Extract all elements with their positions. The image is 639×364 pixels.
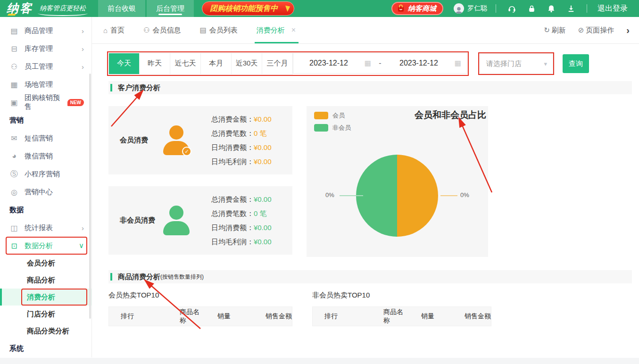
page-tab[interactable]: ▤ 会员列表 <box>200 17 238 43</box>
sidebar-item[interactable]: ◎ 营销中心 <box>0 183 91 201</box>
section-accent-bar <box>110 84 112 91</box>
app-logo[interactable]: 纳客 <box>0 0 37 17</box>
sidebar-item[interactable]: ⊟ 库存管理 › <box>0 40 91 58</box>
table-column-header: 排行 <box>109 312 168 321</box>
page-actions-button[interactable]: ⊘ 页面操作 <box>578 26 614 35</box>
legend-item[interactable]: 会员 <box>314 111 351 120</box>
stat-label: 总消费笔数： <box>211 207 254 221</box>
close-icon[interactable]: × <box>291 26 296 34</box>
refresh-button[interactable]: ↻ 刷新 <box>544 26 566 35</box>
user-menu[interactable]: 罗仁聪 <box>454 0 487 17</box>
username: 罗仁聪 <box>467 4 487 13</box>
date-from-input[interactable]: 2023-12-12 ▦ <box>293 59 377 67</box>
tabbar-actions: ↻ 刷新 ⊘ 页面操作 › <box>544 25 630 35</box>
sidebar-item-icon: ⊡ <box>9 241 19 250</box>
card-label: 非会员消费 <box>120 216 163 225</box>
quick-range-button[interactable]: 三个月 <box>262 53 293 74</box>
stat-value: 0 笔 <box>254 126 267 141</box>
sidebar-item-icon: ✉ <box>9 134 19 143</box>
sidebar-item[interactable]: ◫ 统计报表 › <box>0 219 91 237</box>
download-icon[interactable] <box>566 4 576 13</box>
stat-label: 总消费金额： <box>211 112 254 126</box>
quick-range-button[interactable]: 昨天 <box>140 53 170 74</box>
sidebar-scrollbar[interactable] <box>89 74 91 319</box>
chart-title: 会员和非会员占比 <box>415 109 486 121</box>
customer-panels: 会员消费 ✓ 总消费金额： ¥0.00 <box>108 106 632 257</box>
lock-icon[interactable] <box>527 4 536 13</box>
sidebar-item[interactable]: ▤ 商品管理 › <box>0 22 91 40</box>
legend-swatch <box>314 124 328 132</box>
sidebar-item[interactable]: ◕ 微信营销 <box>0 147 91 165</box>
bell-icon[interactable] <box>547 4 556 13</box>
sidebar-subitem[interactable]: 消费分析 <box>0 289 91 306</box>
page-tab[interactable]: 消费分析 × <box>257 17 296 43</box>
consumption-card: 非会员消费 总消费金额： ¥0.00 <box>108 186 292 255</box>
logout-button[interactable]: 退出登录 <box>598 4 628 14</box>
tab-label: 首页 <box>110 26 124 35</box>
refresh-icon: ↻ <box>544 26 550 34</box>
table-title: 非会员热卖TOP10 <box>312 291 491 300</box>
topbar: 纳客 纳客管店更轻松 前台收银后台管理 团购核销功能预售中 纳客商城 罗仁聪 退… <box>0 0 639 17</box>
quick-range-button[interactable]: 近30天 <box>232 53 262 74</box>
sidebar-item[interactable]: ▣ 团购核销预售 NEW <box>0 93 91 111</box>
query-button[interactable]: 查询 <box>563 54 589 73</box>
date-from-value: 2023-12-12 <box>309 59 348 67</box>
page-tab[interactable]: ⌂ 首页 <box>103 17 124 43</box>
table-column-header: 排行 <box>313 312 372 321</box>
sidebar-item-icon: Ⓢ <box>9 169 19 179</box>
sidebar-item-label: 员工管理 <box>25 62 53 71</box>
chart-legend: 会员 非会员 <box>314 111 351 136</box>
sidebar-item-label: 统计报表 <box>25 223 53 232</box>
mall-badge-label: 纳客商城 <box>408 4 436 13</box>
product-section-title: 商品消费分析 <box>118 273 160 281</box>
page-actions-icon: ⊘ <box>578 26 584 34</box>
consumption-cards: 会员消费 ✓ 总消费金额： ¥0.00 <box>108 106 292 257</box>
avatar <box>454 3 464 14</box>
stat-label: 日均毛利润： <box>211 235 254 249</box>
legend-item[interactable]: 非会员 <box>314 124 351 132</box>
mall-badge-button[interactable]: 纳客商城 <box>391 2 443 15</box>
quick-range-button[interactable]: 本月 <box>201 53 232 74</box>
stat-line: 总消费金额： ¥0.00 <box>211 192 272 207</box>
sidebar-item[interactable]: Ⓢ 小程序营销 <box>0 165 91 183</box>
sidebar-subitem[interactable]: 商品分类分析 <box>0 323 91 339</box>
sidebar-subitem[interactable]: 门店分析 <box>0 306 91 323</box>
sidebar-item-label: 库存管理 <box>25 44 53 53</box>
card-label: 会员消费 <box>120 136 163 145</box>
table-title: 会员热卖TOP10 <box>108 291 292 300</box>
tab-bar: ⌂ 首页 ⚇ 会员信息 ▤ 会员列表 消费分析 × <box>92 17 639 44</box>
table-header-row: 排行商品名称销量销售金额 <box>312 306 491 326</box>
tab-icon: ⌂ <box>103 26 108 34</box>
filter-row: 今天昨天近七天本月近30天三个月 2023-12-12 ▦ - 2023-12-… <box>108 53 632 74</box>
quick-range-button[interactable]: 近七天 <box>170 53 201 74</box>
person-icon: ✓ <box>163 125 190 156</box>
stat-label: 总消费笔数： <box>211 126 254 141</box>
page-tab[interactable]: ⚇ 会员信息 <box>143 17 181 43</box>
sidebar-item[interactable]: ▦ 场地管理 <box>0 75 91 93</box>
top10-table: 非会员热卖TOP10 排行商品名称销量销售金额 <box>312 291 491 326</box>
collapse-chevron-icon[interactable]: › <box>626 25 630 35</box>
stat-value: 0 笔 <box>254 207 267 221</box>
sidebar-item[interactable]: ⚇ 员工管理 › <box>0 58 91 75</box>
sidebar-item-label: 营销中心 <box>25 188 53 197</box>
topbar-nav-button[interactable]: 前台收银 <box>98 0 145 17</box>
sidebar-subitem[interactable]: 商品分析 <box>0 272 91 289</box>
sidebar-subitem[interactable]: 会员分析 <box>0 255 91 272</box>
sidebar-item-icon: ◫ <box>9 223 19 232</box>
stat-line: 日均消费额： ¥0.00 <box>211 221 272 235</box>
top10-table: 会员热卖TOP10 排行商品名称销量销售金额 <box>108 291 292 326</box>
date-to-input[interactable]: 2023-12-12 ▦ <box>383 59 467 67</box>
topbar-nav-button[interactable]: 后台管理 <box>147 0 194 17</box>
promo-banner[interactable]: 团购核销功能预售中 <box>202 1 294 16</box>
table-column-header: 销量 <box>409 312 453 321</box>
sidebar: ▤ 商品管理 › ⊟ 库存管理 › ⚇ 员工管理 › <box>0 17 92 357</box>
store-select[interactable]: 请选择门店 ▾ <box>479 53 553 74</box>
customer-service-icon[interactable] <box>507 4 516 13</box>
sidebar-item[interactable]: ✉ 短信营销 <box>0 129 91 147</box>
stat-label: 总消费金额： <box>211 192 254 207</box>
date-filter-group: 今天昨天近七天本月近30天三个月 2023-12-12 ▦ - 2023-12-… <box>108 53 467 74</box>
legend-swatch <box>314 112 328 119</box>
table-header-row: 排行商品名称销量销售金额 <box>108 306 292 326</box>
sidebar-item[interactable]: ⊡ 数据分析 ∨ <box>0 237 91 255</box>
quick-range-button[interactable]: 今天 <box>109 53 140 74</box>
